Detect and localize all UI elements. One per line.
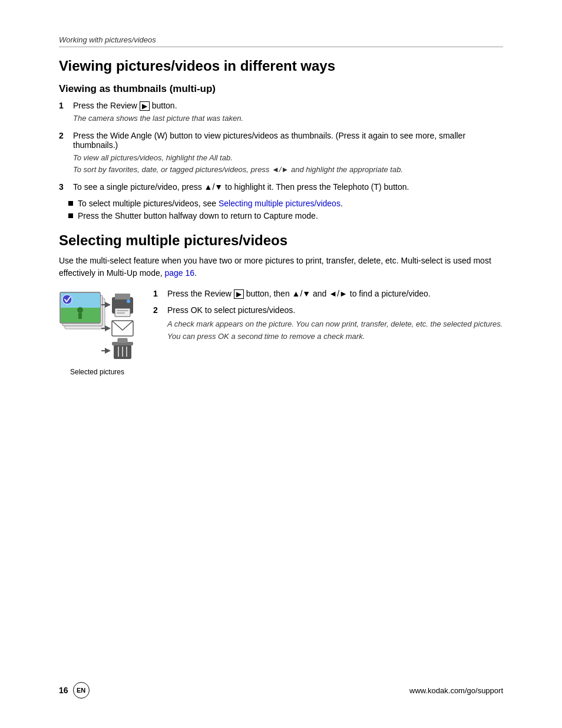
bullet-item-1: To select multiple pictures/videos, see …: [68, 199, 503, 208]
svg-point-7: [62, 295, 72, 304]
section-label: Working with pictures/videos: [59, 35, 503, 44]
footer-website: www.kodak.com/go/support: [409, 686, 503, 695]
multi-step-2-italic: A check mark appears on the picture. You…: [167, 318, 503, 343]
selecting-link[interactable]: Selecting multiple pictures/videos: [219, 199, 340, 208]
svg-rect-14: [117, 312, 125, 314]
multi-step-2: 2 Press OK to select pictures/videos. A …: [153, 305, 503, 343]
main-heading-2: Selecting multiple pictures/videos: [59, 232, 503, 249]
svg-rect-13: [117, 310, 128, 311]
multi-step-1-content: Press the Review ▶ button, then ▲/▼ and …: [167, 289, 503, 298]
multi-step-2-number: 2: [153, 305, 163, 315]
bullet-icon-2: [68, 213, 73, 218]
steps-side: 1 Press the Review ▶ button, then ▲/▼ an…: [153, 289, 503, 350]
step-1: 1 Press the Review ▶ button. The camera …: [59, 101, 503, 124]
illustration-svg: [59, 289, 135, 365]
page-number: 16: [59, 686, 68, 695]
svg-point-5: [77, 307, 83, 313]
step-3-number: 3: [59, 182, 68, 192]
multi-step-1-text: Press the Review ▶ button, then ▲/▼ and …: [167, 289, 431, 298]
step-1-content: Press the Review ▶ button. The camera sh…: [73, 101, 503, 124]
bullet-item-2: Press the Shutter button halfway down to…: [68, 211, 503, 220]
step-2-italic: To view all pictures/videos, highlight t…: [73, 152, 503, 175]
step-2-number: 2: [59, 131, 68, 140]
selected-pictures-caption: Selected pictures: [70, 368, 124, 376]
step-2-content: Press the Wide Angle (W) button to view …: [73, 131, 503, 175]
svg-marker-16: [105, 325, 111, 331]
svg-marker-19: [105, 348, 111, 354]
bullet-text-1: To select multiple pictures/videos, see …: [78, 199, 343, 208]
sub-heading-1: Viewing as thumbnails (multi-up): [59, 83, 503, 95]
bullet-text-2: Press the Shutter button halfway down to…: [78, 211, 318, 220]
bullet-list: To select multiple pictures/videos, see …: [68, 199, 503, 220]
step-3-text: To see a single picture/video, press ▲/▼…: [73, 182, 409, 192]
footer: 16 EN www.kodak.com/go/support: [59, 682, 503, 699]
step-1-number: 1: [59, 101, 68, 110]
step-3: 3 To see a single picture/video, press ▲…: [59, 182, 503, 192]
divider: [59, 47, 503, 47]
step-2: 2 Press the Wide Angle (W) button to vie…: [59, 131, 503, 175]
footer-left: 16 EN: [59, 682, 90, 699]
page-container: Working with pictures/videos Viewing pic…: [0, 0, 562, 728]
bullet-icon-1: [68, 201, 73, 206]
multi-step-2-content: Press OK to select pictures/videos. A ch…: [167, 305, 503, 343]
en-badge: EN: [73, 682, 90, 699]
svg-marker-8: [105, 302, 111, 308]
svg-point-15: [127, 299, 130, 303]
step-2-text: Press the Wide Angle (W) button to view …: [73, 131, 465, 150]
multi-step-1-number: 1: [153, 289, 163, 298]
svg-rect-11: [115, 294, 130, 299]
intro-paragraph: Use the multi-select feature when you ha…: [59, 255, 503, 279]
svg-rect-23: [118, 338, 127, 343]
step-1-text: Press the Review ▶ button.: [73, 101, 177, 110]
main-heading-1: Viewing pictures/videos in different way…: [59, 58, 503, 75]
step-1-italic: The camera shows the last picture that w…: [73, 113, 503, 124]
svg-rect-6: [78, 313, 82, 319]
step-3-content: To see a single picture/video, press ▲/▼…: [73, 182, 503, 192]
multi-step-2-text: Press OK to select pictures/videos.: [167, 305, 295, 315]
page16-link[interactable]: page 16: [164, 268, 194, 278]
multi-step-1: 1 Press the Review ▶ button, then ▲/▼ an…: [153, 289, 503, 298]
illustration-side: Selected pictures: [59, 289, 135, 376]
multi-select-area: Selected pictures 1 Press the Review ▶ b…: [59, 289, 503, 376]
